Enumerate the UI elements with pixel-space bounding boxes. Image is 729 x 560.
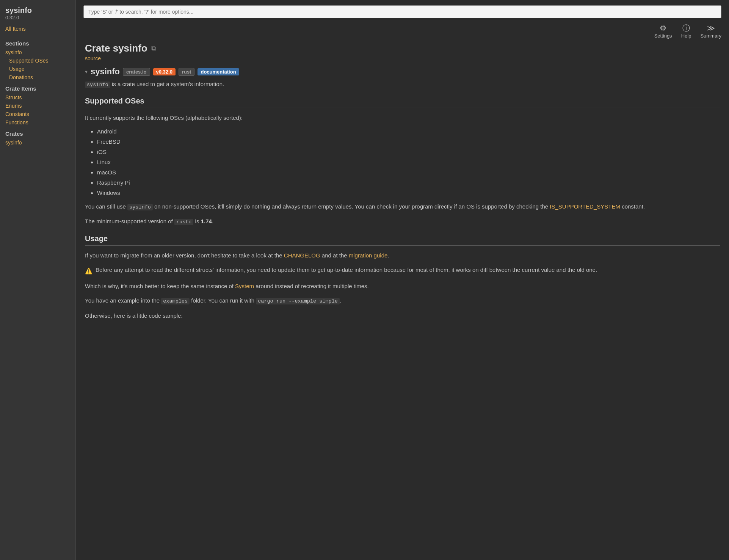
list-item: macOS: [97, 169, 720, 176]
cargo-run-code: cargo run --example simple: [256, 298, 340, 304]
toolbar: ⚙ Settings ⓘ Help ≫ Summary: [76, 22, 729, 42]
search-input[interactable]: [83, 5, 721, 18]
list-item: Linux: [97, 159, 720, 165]
help-button[interactable]: ⓘ Help: [681, 24, 691, 39]
sidebar-crate-version: 0.32.0: [5, 15, 70, 20]
source-link[interactable]: source: [85, 55, 101, 61]
rustc-version: 1.74: [201, 218, 212, 224]
os-list: Android FreeBSD iOS Linux macOS Raspberr…: [85, 128, 720, 196]
usage-text-6: You have an example into the: [85, 297, 161, 304]
sidebar-item-structs[interactable]: Structs: [0, 93, 75, 102]
intro-description: sysinfo is a crate used to get a system'…: [85, 80, 720, 89]
non-supported-text-1: You can still use: [85, 203, 127, 210]
non-supported-para: You can still use sysinfo on non-support…: [85, 202, 720, 212]
list-item: Windows: [97, 190, 720, 196]
usage-heading: Usage: [85, 234, 720, 243]
sidebar-item-all-items[interactable]: All Items: [0, 24, 75, 36]
usage-text-7: folder. You can run it with: [190, 297, 256, 304]
usage-para-2: Which is why, it's much better to keep t…: [85, 282, 720, 291]
rustc-para: The minimum-supported version of rustc i…: [85, 217, 720, 226]
badge-version: v0.32.0: [153, 68, 176, 75]
warning-text: Before any attempt to read the different…: [96, 265, 597, 275]
sidebar-item-enums[interactable]: Enums: [0, 102, 75, 110]
rustc-text-2: is: [193, 218, 201, 224]
usage-para-1: If you want to migrate from an older ver…: [85, 251, 720, 260]
usage-text-8: .: [340, 297, 341, 304]
migration-guide-link[interactable]: migration guide: [349, 252, 388, 259]
usage-text-4: Which is why, it's much better to keep t…: [85, 283, 235, 289]
sidebar-item-functions[interactable]: Functions: [0, 118, 75, 127]
badge-crates: crates.io: [123, 68, 150, 76]
sidebar-item-constants[interactable]: Constants: [0, 110, 75, 118]
usage-para-3: You have an example into the examples fo…: [85, 296, 720, 306]
intro-text: is a crate used to get a system's inform…: [110, 81, 224, 87]
sidebar-item-supported-oses[interactable]: Supported OSes: [0, 56, 75, 65]
usage-text-2: and at the: [320, 252, 349, 259]
usage-divider: [85, 245, 720, 246]
sidebar-title: sysinfo 0.32.0: [0, 0, 75, 24]
settings-label: Settings: [654, 33, 672, 39]
badge-rust: rust: [179, 68, 195, 76]
main-panel: ⚙ Settings ⓘ Help ≫ Summary Crate sysinf…: [76, 0, 729, 560]
section-crate-name: sysinfo: [91, 67, 120, 77]
sidebar-crate-items-header: Crate Items: [0, 82, 75, 93]
gear-icon: ⚙: [660, 24, 666, 32]
supported-oses-divider: [85, 108, 720, 108]
help-icon: ⓘ: [682, 24, 690, 32]
settings-button[interactable]: ⚙ Settings: [654, 24, 672, 39]
changelog-link[interactable]: CHANGELOG: [284, 252, 320, 259]
supported-oses-intro: It currently supports the following OSes…: [85, 113, 720, 123]
search-bar-container: [76, 0, 729, 22]
copy-icon[interactable]: ⧉: [151, 44, 156, 52]
rustc-code: rustc: [174, 219, 194, 225]
sidebar-sections-header: Sections: [0, 36, 75, 48]
toggle-arrow-icon[interactable]: ▾: [85, 69, 88, 75]
sidebar: sysinfo 0.32.0 All Items Sections sysinf…: [0, 0, 76, 560]
list-item: FreeBSD: [97, 138, 720, 145]
sidebar-item-usage[interactable]: Usage: [0, 65, 75, 73]
list-item: Android: [97, 128, 720, 135]
sidebar-item-crate-sysinfo[interactable]: sysinfo: [0, 138, 75, 147]
warning-icon: ⚠️: [85, 266, 92, 276]
summary-label: Summary: [700, 33, 721, 39]
usage-text-3: .: [387, 252, 389, 259]
sidebar-crates-header: Crates: [0, 127, 75, 138]
examples-code: examples: [161, 298, 190, 304]
system-link[interactable]: System: [235, 283, 254, 289]
rustc-text-3: .: [212, 218, 213, 224]
sidebar-item-donations[interactable]: Donations: [0, 73, 75, 82]
summary-icon: ≫: [707, 24, 715, 32]
rustc-text-1: The minimum-supported version of: [85, 218, 174, 224]
non-supported-code: sysinfo: [127, 204, 153, 210]
usage-text-1: If you want to migrate from an older ver…: [85, 252, 284, 259]
sidebar-crate-name: sysinfo: [5, 6, 70, 15]
list-item: iOS: [97, 149, 720, 155]
crate-title-row: Crate sysinfo ⧉: [85, 42, 720, 54]
content-area: Crate sysinfo ⧉ source ▾ sysinfo crates.…: [76, 42, 729, 560]
warning-row: ⚠️ Before any attempt to read the differ…: [85, 265, 720, 276]
usage-para-4: Otherwise, here is a little code sample:: [85, 311, 720, 321]
list-item: Raspberry Pi: [97, 179, 720, 186]
supported-oses-heading: Supported OSes: [85, 97, 720, 105]
intro-code: sysinfo: [85, 82, 110, 88]
sidebar-item-sysinfo[interactable]: sysinfo: [0, 48, 75, 56]
non-supported-text-3: constant.: [620, 203, 645, 210]
non-supported-text-2: on non-supported OSes, it'll simply do n…: [153, 203, 550, 210]
page-title: Crate sysinfo: [85, 42, 147, 54]
help-label: Help: [681, 33, 691, 39]
usage-text-5: around instead of recreating it multiple…: [254, 283, 369, 289]
badge-docs: documentation: [198, 68, 239, 75]
section-toggle-row: ▾ sysinfo crates.io v0.32.0 rust documen…: [85, 67, 720, 77]
summary-button[interactable]: ≫ Summary: [700, 24, 721, 39]
is-supported-system-link[interactable]: IS_SUPPORTED_SYSTEM: [550, 203, 620, 210]
